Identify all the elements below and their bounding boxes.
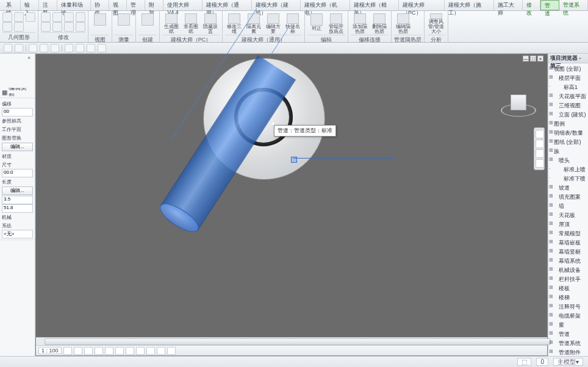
menu-tab[interactable]: 使用大师V4.4	[163, 0, 203, 10]
tree-node[interactable]: 管道	[549, 330, 587, 339]
maximize-icon[interactable]: □	[530, 55, 536, 62]
tree-node[interactable]: 喷头	[549, 156, 587, 165]
qat-btn[interactable]	[76, 44, 84, 52]
tree-node[interactable]: 墙	[549, 202, 587, 211]
menu-tab[interactable]: 建模大师（建筑）	[252, 0, 301, 10]
sun-path-icon[interactable]	[84, 347, 93, 355]
ribbon-button[interactable]	[14, 12, 24, 22]
property-row[interactable]: 编辑...	[2, 187, 33, 195]
menu-tab[interactable]: 输入	[21, 0, 39, 10]
ribbon-big-button[interactable]: 修改三维	[225, 12, 243, 34]
crop-icon[interactable]	[115, 347, 124, 355]
qat-btn[interactable]	[15, 44, 23, 52]
ribbon-button[interactable]	[2, 12, 12, 22]
crop-region-icon[interactable]	[126, 347, 134, 355]
tree-node[interactable]: 常规模型	[549, 229, 587, 238]
tree-node[interactable]: 标准下喷	[549, 174, 587, 184]
property-row[interactable]: 00.0	[2, 169, 33, 177]
ribbon-big-button[interactable]: 生成图纸	[162, 12, 181, 34]
ribbon-button[interactable]	[41, 22, 51, 32]
property-row[interactable]: 51.8	[2, 204, 33, 213]
menu-tab[interactable]: 协作	[91, 0, 109, 10]
tree-node[interactable]: 幕墙系统	[549, 257, 587, 266]
ribbon-big-button[interactable]	[138, 12, 157, 34]
menu-tab[interactable]: 建模大师（精装）	[350, 0, 399, 10]
tree-node[interactable]: 图纸 (全部)	[549, 138, 587, 147]
view-cube[interactable]	[501, 92, 536, 124]
tree-node[interactable]: 机械设备	[549, 266, 587, 275]
horizontal-scrollbar[interactable]	[36, 337, 547, 345]
tree-node[interactable]: 楼梯	[549, 293, 587, 302]
tree-node[interactable]: 天花板平面	[549, 92, 587, 101]
menu-tab[interactable]: 注释	[39, 0, 57, 10]
tree-node[interactable]: 坡道	[549, 184, 587, 193]
ribbon-button[interactable]	[52, 12, 62, 22]
property-row[interactable]: 编辑...	[2, 143, 33, 151]
close-icon[interactable]: ×	[537, 55, 543, 62]
menu-tab[interactable]: 施工大师	[494, 0, 523, 10]
3d-viewport[interactable]: — □ × ↖ 管道：管道类型：标准 1 : 100	[35, 54, 548, 356]
ribbon-big-button[interactable]: 添加隔热层	[351, 12, 369, 34]
view-scale[interactable]: 1 : 100	[38, 347, 62, 354]
ribbon-button[interactable]	[52, 22, 62, 32]
reveal-icon[interactable]	[157, 347, 165, 355]
tree-node[interactable]: 立面 (建筑)	[549, 110, 587, 119]
worksets-icon[interactable]: ⬚	[517, 358, 531, 366]
tree-node[interactable]: 楼板	[549, 284, 587, 293]
shadows-icon[interactable]	[95, 347, 103, 355]
tree-node[interactable]: 三维视图	[549, 101, 587, 110]
ribbon-button[interactable]	[14, 22, 24, 32]
menu-tab[interactable]: 建模大师（机电）	[301, 0, 350, 10]
tree-node[interactable]: 屋顶	[549, 220, 587, 229]
ribbon-big-button[interactable]: 隐藏设置	[201, 12, 220, 34]
property-row[interactable]: <无>	[2, 230, 33, 238]
menu-tab[interactable]: 建模大师（通用）	[203, 0, 251, 10]
qat-btn[interactable]	[65, 44, 73, 52]
ribbon-button[interactable]	[64, 22, 74, 32]
orbit-icon[interactable]	[536, 159, 544, 168]
tree-node[interactable]: 标准上喷	[549, 165, 587, 174]
tree-node[interactable]: 填充图案	[549, 193, 587, 202]
tree-node[interactable]: 明细表/数量	[549, 129, 587, 138]
property-row[interactable]: 3.5	[2, 196, 33, 204]
tree-node[interactable]: 标高1	[549, 83, 587, 92]
ribbon-big-button[interactable]: 管端开放底点	[327, 12, 345, 34]
main-model-selector[interactable]: 主模型 ▾	[553, 358, 583, 366]
ribbon-button[interactable]	[76, 22, 85, 32]
ribbon-big-button[interactable]: 调整风管/管道大小	[427, 12, 445, 34]
zoom-icon[interactable]	[536, 149, 544, 158]
pan-icon[interactable]	[536, 140, 544, 148]
tree-node[interactable]: 管道系统	[549, 339, 587, 348]
tree-node[interactable]: 族	[549, 147, 587, 156]
lock-icon[interactable]	[136, 347, 145, 355]
ribbon-big-button[interactable]	[91, 12, 109, 34]
steering-wheel-icon[interactable]	[536, 130, 544, 138]
menu-tab[interactable]: 建模大师（PC）	[399, 0, 445, 10]
tree-node[interactable]: 视图 (全部)	[549, 65, 587, 74]
ribbon-button[interactable]	[64, 12, 74, 22]
ribbon-button[interactable]	[76, 12, 85, 22]
minimize-icon[interactable]: —	[523, 55, 529, 62]
detail-level-icon[interactable]	[63, 347, 72, 355]
close-icon[interactable]: ×	[27, 55, 34, 61]
menu-tab[interactable]: 体量和场地	[57, 0, 91, 10]
qat-btn[interactable]	[29, 44, 37, 52]
qat-btn[interactable]	[4, 44, 12, 52]
qat-btn[interactable]	[87, 44, 95, 52]
qat-btn[interactable]	[98, 44, 106, 52]
type-selector[interactable]: ▦ 编辑类型	[2, 88, 33, 96]
ribbon-big-button[interactable]: 对正	[307, 12, 326, 34]
tree-node[interactable]: 幕墙竖梃	[549, 248, 587, 257]
tree-node[interactable]: 窗	[549, 321, 587, 330]
menu-tab[interactable]: 管道系统	[559, 0, 588, 10]
qat-btn[interactable]	[40, 44, 48, 52]
visual-style-icon[interactable]	[74, 347, 82, 355]
ribbon-button[interactable]	[26, 12, 35, 22]
tree-node[interactable]: 幕墙嵌板	[549, 238, 587, 248]
constraints-icon[interactable]	[167, 347, 176, 355]
menu-tab[interactable]: 视图	[109, 0, 127, 10]
hide-icon[interactable]	[146, 347, 155, 355]
ribbon-big-button[interactable]	[115, 12, 133, 34]
ribbon-big-button[interactable]: 查看图纸	[182, 12, 200, 34]
tree-node[interactable]: 电缆桥架	[549, 312, 587, 321]
